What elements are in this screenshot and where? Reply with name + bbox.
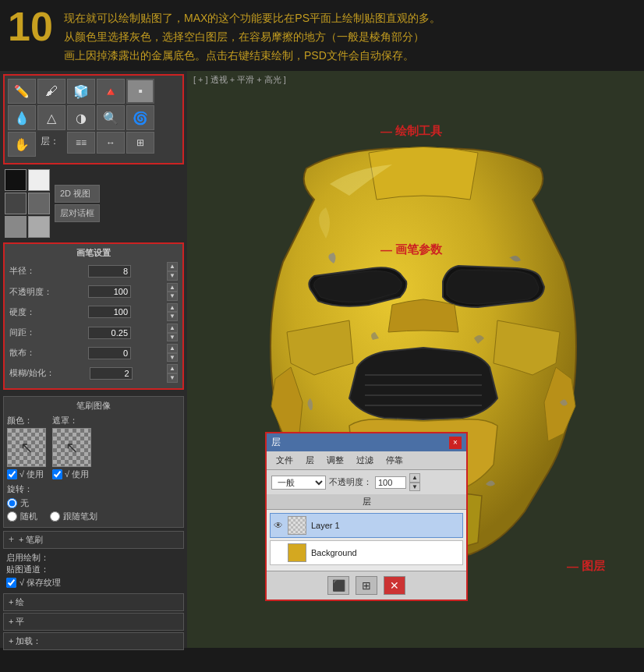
radio-follow[interactable] [50,511,60,522]
radio-none-label[interactable]: 无 [20,497,29,509]
plus-icon: + [9,534,14,545]
radio-follow-label[interactable]: 跟随笔划 [63,511,97,522]
swatch-light-gray[interactable] [28,216,50,238]
color-section [5,169,50,238]
swatch-dark-gray[interactable] [5,193,27,214]
opacity-value-input[interactable] [375,476,406,489]
brush-image-title: 笔刷图像 [7,400,180,412]
save-texture-row[interactable]: √ 保存纹理 [6,575,181,590]
layer-label-text: 层： [37,132,65,157]
viewport-label: [ + ] 透视 + 平滑 + 高光 ] [193,74,286,86]
swatch-black[interactable] [5,169,27,191]
tool-triangle[interactable]: △ [37,105,65,130]
brush-panel-label: + 笔刷 [19,534,43,546]
layer-thumb-1 [288,516,306,535]
brush-panel: 画笔设置 半径： ▲▼ 不透明度： ▲▼ 硬度： ▲▼ [3,242,184,389]
annotation-layers: — 图层 [567,559,605,574]
save-texture-label[interactable]: √ 保存纹理 [19,577,61,589]
layer-list: 👁 Layer 1 👁 Background [267,510,466,571]
radius-input[interactable] [88,265,131,278]
dialog-tool-btn-1[interactable]: ⬛ [327,576,349,595]
dialog-close-button[interactable]: × [449,437,462,449]
radius-label: 半径： [9,265,52,277]
tools-panel: ✏️ 🖌 🧊 🔺 ▪ 💧 △ ◑ 🔍 🌀 ✋ 层： ≡≡ ↔ ⊞ [3,74,184,164]
header-text: 现在就可以绘制贴图了，MAX的这个功能要比在PS平面上绘制贴图直观的多。 从颜色… [64,6,441,65]
brush-panel-row[interactable]: + + 笔刷 [3,531,184,549]
enable-paint-label: 启用绘制： [6,552,181,564]
radio-random-label[interactable]: 随机 [20,511,37,522]
layer-thumb-2 [288,543,306,562]
hardness-label: 硬度： [9,306,52,318]
radio-none[interactable] [7,498,17,508]
swatch-white[interactable] [28,169,50,191]
2d-view-btn[interactable]: 2D 视图 [55,185,100,203]
mask-preview[interactable]: ↖ [52,428,91,467]
eye-icon-1[interactable]: 👁 [274,520,283,531]
save-texture-checkbox[interactable] [6,578,16,588]
hardness-input[interactable] [88,306,131,318]
swatch-gray[interactable] [5,216,27,238]
tool-gradient[interactable]: ▪ [126,79,154,104]
dialog-tool-btn-2[interactable]: ⊞ [356,576,377,595]
opacity-input[interactable] [88,285,131,298]
left-panel: ✏️ 🖌 🧊 🔺 ▪ 💧 △ ◑ 🔍 🌀 ✋ 层： ≡≡ ↔ ⊞ [0,71,187,648]
cursor-icon: ↖ [20,438,34,457]
annotation-brush: — 画笔参数 [380,242,442,257]
menu-adjust[interactable]: 调整 [320,453,350,468]
tool-brush[interactable]: 🖌 [37,79,65,104]
taper-label: 模糊/始化： [9,367,55,379]
dialog-titlebar[interactable]: 层 × [267,433,466,451]
load-btn-row[interactable]: + 加载： [3,632,184,650]
mask-label: 遮罩： [52,415,91,426]
dialog-toolbar: ⬛ ⊞ ✕ [267,571,466,599]
header-line3: 画上因掉漆露出的金属底色。点击右键结束绘制，PSD文件会自动保存。 [64,47,441,65]
layer-item-2[interactable]: 👁 Background [270,540,463,565]
tool-dropper[interactable]: 💧 [8,105,36,130]
dialog-layer-title: 层 [267,494,466,510]
opacity-label-dialog: 不透明度： [329,476,372,488]
header: 10 现在就可以绘制贴图了，MAX的这个功能要比在PS平面上绘制贴图直观的多。 … [0,0,644,71]
tool-circle[interactable]: ◑ [67,105,95,130]
tool-pencil[interactable]: ✏️ [8,79,36,104]
menu-pause[interactable]: 停靠 [380,453,409,468]
spacing-input[interactable] [88,327,131,339]
menu-filter[interactable]: 过滤 [350,453,380,468]
annotation-tools: — 绘制工具 [380,124,442,139]
menu-layer[interactable]: 层 [299,453,320,468]
layer-btn3[interactable]: ⊞ [126,132,154,154]
swatch-mid-gray[interactable] [28,193,50,214]
tool-smudge[interactable]: 🌀 [126,105,154,130]
flat-btn-row[interactable]: + 平 [3,613,184,631]
tool-fill[interactable]: 🔺 [97,79,125,104]
flat-btn-label: + 平 [9,616,24,628]
layer-btn2[interactable]: ↔ [97,132,125,154]
viewport: [ + ] 透视 + 平滑 + 高光 ] [187,71,644,648]
use-mask-label[interactable]: √ 使用 [65,469,89,480]
color-label: 颜色： [7,415,46,426]
load-btn-label: + 加载： [9,635,41,647]
layer-item-1[interactable]: 👁 Layer 1 [270,513,463,538]
layer-mode-select[interactable]: 一般 正片叠底 滤色 [271,476,326,490]
use-color-checkbox[interactable] [7,469,17,479]
tool-stamp[interactable]: 🧊 [67,79,95,104]
taper-input[interactable] [90,367,133,380]
dialog-menu: 文件 层 调整 过滤 停靠 [267,451,466,470]
tool-hand[interactable]: ✋ [8,132,36,157]
layer-name-1: Layer 1 [311,521,340,530]
texture-map-label: 贴图通道： [6,564,181,575]
brush-panel-title: 画笔设置 [9,247,178,259]
layer-dialog-btn[interactable]: 层对话框 [55,204,100,222]
layer-name-2: Background [311,548,357,557]
rotation-label: 旋转： [7,483,180,495]
menu-file[interactable]: 文件 [270,453,299,468]
tool-magnify[interactable]: 🔍 [97,105,125,130]
use-mask-checkbox[interactable] [52,469,62,479]
scatter-label: 散布： [9,347,52,359]
radio-random[interactable] [7,511,17,522]
color-preview[interactable]: ↖ [7,428,46,467]
dialog-tool-btn-delete[interactable]: ✕ [384,576,405,595]
layer-btn1[interactable]: ≡≡ [67,132,95,154]
scatter-input[interactable] [88,347,131,359]
use-color-label[interactable]: √ 使用 [19,469,44,480]
paint-btn-row[interactable]: + 绘 [3,593,184,611]
